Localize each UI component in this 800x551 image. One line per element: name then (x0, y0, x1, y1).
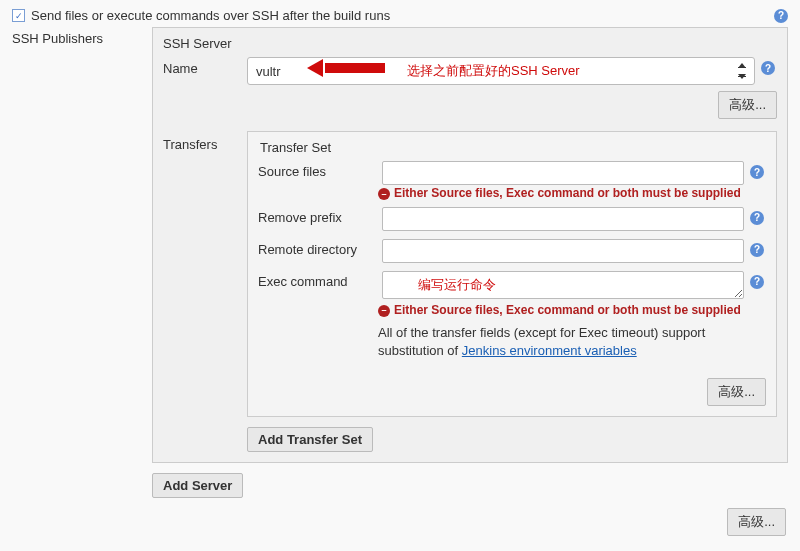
section-title: Send files or execute commands over SSH … (31, 8, 390, 23)
exec-command-error: Either Source files, Exec command or bot… (394, 304, 741, 318)
name-label: Name (163, 57, 243, 76)
jenkins-env-vars-link[interactable]: Jenkins environment variables (462, 343, 637, 358)
source-files-label: Source files (258, 161, 378, 179)
add-transfer-set-button[interactable]: Add Transfer Set (247, 427, 373, 452)
transfers-label: Transfers (163, 127, 243, 152)
info-text: All of the transfer fields (except for E… (378, 325, 705, 358)
ssh-server-advanced-button[interactable]: 高级... (718, 91, 777, 119)
exec-command-input[interactable] (382, 271, 744, 299)
source-files-input[interactable] (382, 161, 744, 185)
help-icon[interactable]: ? (750, 243, 764, 257)
transfer-advanced-button[interactable]: 高级... (707, 378, 766, 406)
ssh-publish-checkbox[interactable]: ✓ (12, 9, 25, 22)
remote-directory-input[interactable] (382, 239, 744, 263)
source-files-error: Either Source files, Exec command or bot… (394, 187, 741, 201)
ssh-server-panel: SSH Server Name vultr 选择之前配置好的SSH Server (152, 27, 788, 463)
outer-advanced-button[interactable]: 高级... (727, 508, 786, 536)
remove-prefix-label: Remove prefix (258, 207, 378, 225)
ssh-server-name-select[interactable]: vultr (247, 57, 755, 85)
help-icon[interactable]: ? (750, 165, 764, 179)
help-icon[interactable]: ? (750, 275, 764, 289)
transfer-set-legend: Transfer Set (260, 140, 766, 155)
exec-command-label: Exec command (258, 271, 378, 289)
add-server-button[interactable]: Add Server (152, 473, 243, 498)
help-icon[interactable]: ? (761, 61, 775, 75)
select-value: vultr (256, 64, 281, 79)
error-icon: – (378, 188, 390, 200)
ssh-publishers-label: SSH Publishers (12, 29, 152, 52)
transfer-set-panel: Transfer Set Source files ? – Either Sou… (247, 131, 777, 417)
remove-prefix-input[interactable] (382, 207, 744, 231)
help-icon[interactable]: ? (774, 9, 788, 23)
error-icon: – (378, 305, 390, 317)
help-icon[interactable]: ? (750, 211, 764, 225)
ssh-server-legend: SSH Server (163, 36, 777, 51)
remote-directory-label: Remote directory (258, 239, 378, 257)
